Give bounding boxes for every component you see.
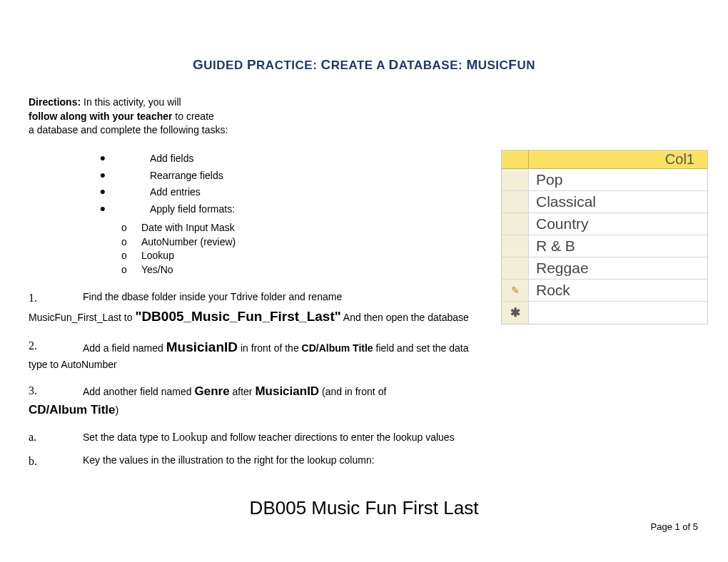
sub-marker: o (121, 263, 141, 277)
pencil-icon: ✎ (511, 285, 520, 296)
directions-label: Directions: (29, 96, 81, 108)
row-selector: ✎ (502, 280, 529, 301)
step-2: 2.Add a field named MusicianID in front … (29, 337, 485, 373)
step-text: Add another field named (83, 386, 194, 397)
step-bold: "DB005_Music_Fun_First_Last" (135, 309, 340, 324)
table-row: Pop (502, 169, 707, 191)
step-serif: Lookup (172, 431, 208, 443)
step-text: Key the values in the illustration to th… (83, 454, 375, 466)
bullet-text: Rearrange fields (150, 168, 223, 185)
table-row: Country (502, 213, 707, 235)
sub-text: Date with Input Mask (141, 221, 235, 235)
step-text: Set the data type to (83, 431, 172, 443)
footer-title: DB005 Music Fun First Last (0, 497, 728, 519)
row-selector (502, 213, 529, 235)
sub-text: AutoNumber (review) (141, 235, 236, 250)
step-bold: CD/Album Title (29, 403, 116, 417)
access-header-col: Col1 (529, 150, 707, 168)
step-bold: MusicianID (255, 384, 319, 398)
table-cell: Reggae (529, 257, 707, 279)
step-text: and follow teacher directions to enter t… (208, 431, 455, 443)
table-row: R & B (502, 235, 707, 257)
step-text: And then open the database (341, 312, 469, 323)
step-text: after (230, 386, 256, 397)
row-selector (502, 235, 529, 257)
step-text: (and in front of (319, 386, 386, 397)
step-bold: Genre (194, 384, 229, 398)
page-number: Page 1 of 5 (651, 521, 699, 532)
step-letter: b. (29, 453, 83, 470)
access-header-selector (502, 150, 529, 168)
sub-text: Yes/No (141, 263, 173, 277)
bullet-text: Add fields (150, 150, 193, 168)
step-letter: a. (29, 429, 83, 446)
row-selector (502, 191, 529, 213)
directions-line3: a database and complete the following ta… (29, 123, 328, 138)
table-cell: Rock (529, 280, 707, 301)
bullet-icon: • (100, 187, 150, 197)
row-selector (502, 257, 529, 279)
step-text: MusicFun_First_Last to (29, 312, 135, 323)
row-selector: ✱ (502, 302, 529, 324)
bullet-text: Add entries (150, 184, 201, 201)
step-b: b.Key the values in the illustration to … (29, 453, 485, 470)
doc-title: GUIDED PRACTICE: CREATE A DATABASE: MUSI… (29, 57, 699, 73)
table-cell: Country (529, 213, 707, 235)
sub-marker: o (121, 235, 141, 250)
access-lookup-illustration: Col1 PopClassicalCountryR & BReggae✎Rock… (501, 150, 708, 325)
bullet-icon: • (100, 204, 150, 214)
step-text: Find the dbase folder inside your Tdrive… (83, 291, 342, 302)
directions-bold: follow along with your teacher (29, 111, 172, 122)
step-1: 1.Find the dbase folder inside your Tdri… (29, 290, 485, 327)
step-text: ) (116, 404, 119, 416)
sub-marker: o (121, 249, 141, 263)
directions-block: Directions: In this activity, you will f… (29, 96, 328, 138)
directions-line2-rest: to create (172, 111, 213, 122)
table-row: Classical (502, 191, 707, 213)
asterisk-icon: ✱ (510, 305, 520, 320)
step-number: 2. (29, 337, 83, 354)
step-text: Add a field named (83, 342, 166, 354)
step-bold: MusicianID (166, 339, 238, 354)
bullet-icon: • (100, 153, 150, 163)
step-number: 1. (29, 290, 83, 307)
table-cell: R & B (529, 235, 707, 257)
row-selector (502, 169, 529, 190)
table-row-new: ✱ (502, 302, 707, 324)
table-row: Reggae (502, 257, 707, 280)
step-number: 3. (29, 382, 83, 399)
bullet-text: Apply field formats: (150, 201, 235, 218)
table-row: ✎Rock (502, 280, 707, 302)
step-bold: CD/Album Title (302, 342, 373, 354)
step-3: 3.Add another field named Genre after Mu… (29, 382, 485, 419)
table-cell (529, 302, 707, 324)
bullet-icon: • (100, 170, 150, 180)
step-a: a.Set the data type to Lookup and follow… (29, 429, 485, 446)
access-header-row: Col1 (502, 150, 707, 169)
table-cell: Classical (529, 191, 707, 213)
step-text: in front of the (238, 342, 302, 354)
table-cell: Pop (529, 169, 707, 190)
directions-line1: In this activity, you will (81, 96, 181, 108)
sub-text: Lookup (141, 249, 174, 263)
sub-marker: o (121, 221, 141, 235)
